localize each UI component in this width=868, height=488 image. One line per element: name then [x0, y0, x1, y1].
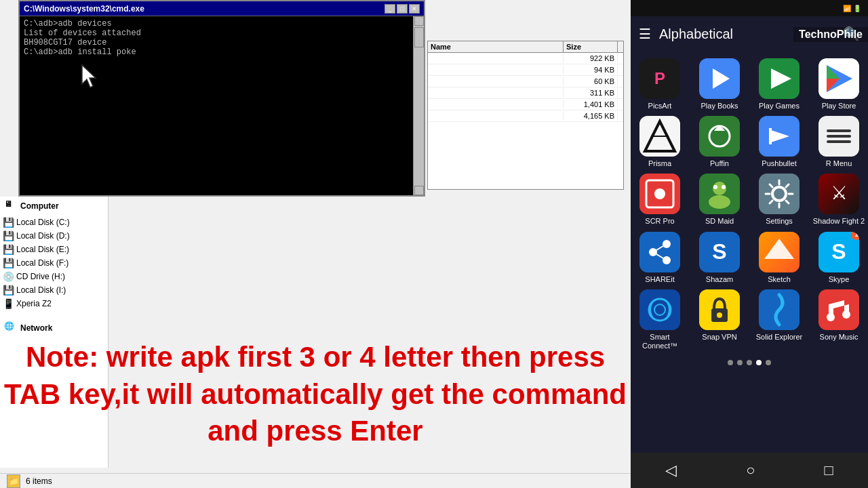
svg-point-26	[654, 188, 665, 199]
phone-panel: 📶 🔋 ☰ Alphabetical 🔍 TechnoPhile P PicsA…	[631, 0, 868, 488]
cmd-title-buttons: _ □ ✕	[384, 4, 420, 14]
file-cell-size-1: 922 KB	[564, 54, 618, 63]
cmd-body[interactable]: C:\adb>adb devices List of devices attac…	[20, 16, 424, 195]
xperia-icon: 📱	[3, 298, 14, 309]
disk-c-icon: 💾	[3, 217, 14, 228]
explorer-item-h-label: CD Drive (H:)	[16, 272, 65, 281]
cmd-close-button[interactable]: ✕	[409, 4, 420, 14]
page-dot-5[interactable]	[766, 360, 771, 365]
svg-rect-36	[639, 232, 680, 272]
file-row-6[interactable]: 4,165 KB	[428, 110, 623, 122]
app-item-scrpro[interactable]: SCR Pro	[633, 174, 687, 226]
app-item-puffin[interactable]: Puffin	[692, 116, 747, 168]
phone-menu-icon[interactable]: ☰	[639, 26, 651, 42]
app-item-sdmaid[interactable]: SD Maid	[692, 174, 747, 226]
svg-point-31	[722, 185, 726, 189]
app-item-playstore[interactable]: Play Store	[812, 58, 866, 110]
explorer-item-f[interactable]: 💾 Local Disk (F:)	[0, 256, 108, 270]
explorer-item-xperia-label: Xperia Z2	[16, 299, 52, 308]
app-label-playbooks: Play Books	[701, 102, 738, 110]
file-cell-size-5: 1,401 KB	[564, 100, 618, 109]
app-item-settings[interactable]: Settings	[752, 174, 806, 226]
cmd-maximize-button[interactable]: □	[397, 4, 408, 14]
app-label-snapvpn: Snap VPN	[702, 333, 736, 342]
page-dot-4[interactable]	[756, 360, 762, 365]
app-icon-sketch	[759, 232, 800, 272]
file-cell-size-4: 311 KB	[564, 88, 618, 98]
file-cell-size-6: 4,165 KB	[564, 111, 618, 121]
file-list-header: Name Size	[428, 41, 623, 53]
app-item-smartconnect[interactable]: Smart Connect™	[633, 289, 687, 350]
note-text: Note: write apk first 3 or 4 letter then…	[0, 339, 631, 450]
cmd-scroll-thumb[interactable]	[414, 27, 424, 47]
app-item-rmenu[interactable]: R Menu	[812, 116, 866, 168]
cmd-scroll-up[interactable]: ▲	[414, 16, 424, 26]
app-item-prisma[interactable]: Prisma	[633, 116, 687, 168]
explorer-item-c[interactable]: 💾 Local Disk (C:)	[0, 216, 108, 229]
explorer-network-label: Network	[20, 323, 52, 333]
app-item-skype[interactable]: S 1 Skype	[812, 232, 866, 284]
cmd-scrollbar[interactable]: ▲ ▼	[413, 16, 424, 195]
app-icon-snapvpn	[699, 289, 740, 330]
phone-home-button[interactable]: ○	[746, 462, 755, 479]
app-item-playbooks[interactable]: Play Books	[692, 58, 747, 110]
disk-i-icon: 💾	[3, 285, 14, 296]
explorer-item-xperia[interactable]: 📱 Xperia Z2	[0, 297, 108, 310]
app-label-sdmaid: SD Maid	[705, 217, 734, 226]
phone-status-bar: 📶 🔋	[631, 0, 868, 16]
app-item-playgames[interactable]: Play Games	[752, 58, 806, 110]
app-label-puffin: Puffin	[710, 159, 729, 168]
cmd-minimize-button[interactable]: _	[384, 4, 395, 14]
file-row-4[interactable]: 311 KB	[428, 87, 623, 99]
explorer-item-d-label: Local Disk (D:)	[16, 231, 70, 241]
phone-recents-button[interactable]: □	[825, 462, 833, 479]
watermark: TechnoPhile	[793, 27, 868, 42]
file-row-5[interactable]: 1,401 KB	[428, 99, 623, 110]
app-icon-rmenu	[818, 116, 859, 157]
file-row-2[interactable]: 94 KB	[428, 64, 623, 76]
cmd-line-5: C:\adb>adb install poke	[24, 47, 408, 57]
file-row-1[interactable]: 922 KB	[428, 53, 623, 64]
explorer-item-d[interactable]: 💾 Local Disk (D:)	[0, 229, 108, 243]
page-dot-1[interactable]	[728, 360, 733, 365]
app-item-shazam[interactable]: S Shazam	[692, 232, 747, 284]
app-item-solidexplorer[interactable]: Solid Explorer	[752, 289, 806, 350]
file-cell-name-1	[428, 54, 564, 63]
svg-point-29	[709, 195, 730, 209]
app-label-prisma: Prisma	[648, 159, 671, 168]
svg-text:P: P	[654, 69, 665, 87]
app-item-sonymusic[interactable]: Sony Music	[812, 289, 866, 350]
file-cell-name-3	[428, 77, 564, 86]
svg-rect-21	[827, 129, 851, 132]
cmd-title: C:\Windows\system32\cmd.exe	[24, 4, 144, 14]
app-label-smartconnect: Smart Connect™	[633, 333, 687, 350]
app-label-solidexplorer: Solid Explorer	[756, 333, 802, 342]
app-label-pushbullet: Pushbullet	[762, 159, 796, 168]
phone-signal-icons: 📶 🔋	[843, 5, 861, 12]
explorer-item-e[interactable]: 💾 Local Disk (E:)	[0, 243, 108, 256]
explorer-computer[interactable]: 🖥 Computer	[0, 197, 108, 216]
svg-rect-19	[769, 128, 772, 144]
svg-rect-22	[827, 135, 851, 138]
app-item-sketch[interactable]: Sketch	[752, 232, 806, 284]
page-dots	[631, 357, 868, 368]
page-dot-3[interactable]	[747, 360, 752, 365]
page-dot-2[interactable]	[737, 360, 743, 365]
app-label-settings: Settings	[766, 217, 793, 226]
explorer-item-i[interactable]: 💾 Local Disk (I:)	[0, 283, 108, 297]
app-label-skype: Skype	[829, 275, 850, 284]
explorer-item-h[interactable]: 💿 CD Drive (H:)	[0, 270, 108, 283]
app-item-snapvpn[interactable]: Snap VPN	[692, 289, 747, 350]
app-item-shadowfight[interactable]: ⚔ Shadow Fight 2	[812, 174, 866, 226]
app-item-pushbullet[interactable]: Pushbullet	[752, 116, 806, 168]
app-item-shareit[interactable]: SHAREit	[633, 232, 687, 284]
file-row-3[interactable]: 60 KB	[428, 76, 623, 87]
app-item-picsart[interactable]: P PicsArt	[633, 58, 687, 110]
explorer-item-f-label: Local Disk (F:)	[16, 258, 68, 268]
file-cell-name-5	[428, 100, 564, 109]
svg-text:S: S	[712, 239, 726, 264]
explorer-item-i-label: Local Disk (I:)	[16, 285, 66, 295]
app-icon-sdmaid	[699, 174, 740, 214]
cmd-scroll-down[interactable]: ▼	[414, 186, 424, 195]
phone-back-button[interactable]: ◁	[665, 462, 677, 479]
